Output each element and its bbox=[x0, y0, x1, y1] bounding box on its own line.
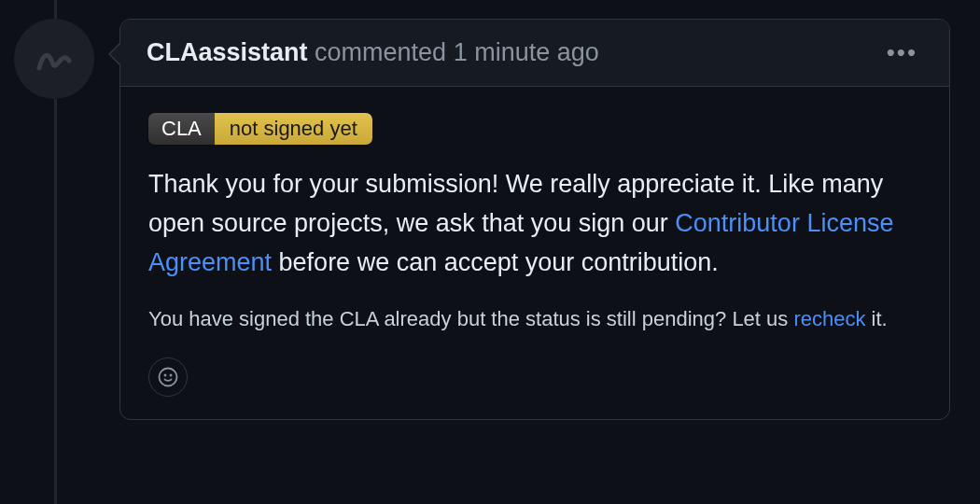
avatar-glyph-icon bbox=[32, 36, 77, 81]
comment-body: CLA not signed yet Thank you for your su… bbox=[120, 87, 949, 419]
author-avatar[interactable] bbox=[14, 19, 94, 99]
comment-author[interactable]: CLAassistant bbox=[147, 38, 308, 66]
text-segment: before we can accept your contribution. bbox=[272, 248, 719, 276]
svg-point-2 bbox=[170, 374, 171, 375]
status-badge-row: CLA not signed yet bbox=[148, 113, 921, 145]
comment-pointer-icon bbox=[108, 42, 120, 66]
recheck-link[interactable]: recheck bbox=[793, 307, 865, 330]
avatar-cutout bbox=[14, 19, 94, 99]
add-reaction-button[interactable] bbox=[148, 357, 188, 397]
comment-action: commented bbox=[315, 38, 454, 66]
comment-header: CLAassistant commented 1 minute ago ••• bbox=[120, 20, 949, 87]
comment-subtext: You have signed the CLA already but the … bbox=[148, 307, 921, 331]
text-segment: You have signed the CLA already but the … bbox=[148, 307, 793, 330]
svg-point-0 bbox=[160, 368, 177, 385]
comment-actions-menu-icon[interactable]: ••• bbox=[881, 38, 923, 67]
badge-status: not signed yet bbox=[215, 113, 372, 145]
text-segment: it. bbox=[865, 307, 887, 330]
comment-timestamp[interactable]: 1 minute ago bbox=[454, 38, 599, 66]
comment-header-text: CLAassistant commented 1 minute ago bbox=[147, 36, 599, 69]
smiley-icon bbox=[157, 366, 179, 388]
cla-status-badge[interactable]: CLA not signed yet bbox=[148, 113, 372, 145]
comment-paragraph: Thank you for your submission! We really… bbox=[148, 165, 921, 283]
comment-container: CLAassistant commented 1 minute ago ••• … bbox=[119, 19, 950, 420]
svg-point-1 bbox=[164, 374, 165, 375]
badge-label: CLA bbox=[148, 113, 215, 145]
